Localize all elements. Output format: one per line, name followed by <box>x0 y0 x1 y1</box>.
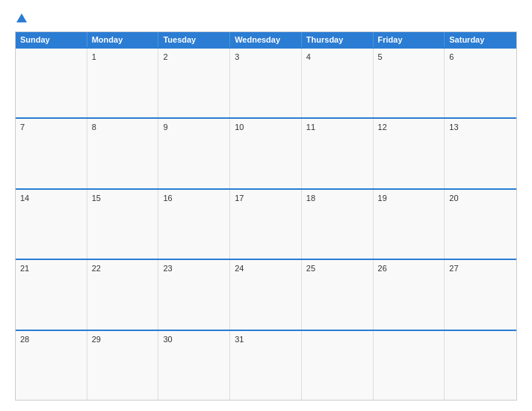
day-number: 3 <box>235 52 297 61</box>
day-cell: 31 <box>230 331 302 400</box>
day-cell: 7 <box>16 119 87 188</box>
day-cell: 17 <box>230 190 302 259</box>
day-number: 19 <box>378 194 440 203</box>
day-number: 17 <box>235 194 297 203</box>
day-cell: 13 <box>445 119 516 188</box>
header-wednesday: Wednesday <box>230 32 302 47</box>
day-cell: 16 <box>158 190 230 259</box>
day-number: 28 <box>20 335 82 344</box>
day-number: 31 <box>235 335 297 344</box>
day-number: 16 <box>163 194 225 203</box>
day-cell: 21 <box>16 260 87 329</box>
day-number: 14 <box>20 194 82 203</box>
day-number: 29 <box>92 335 154 344</box>
day-number: 7 <box>20 123 82 132</box>
day-cell: 9 <box>158 119 230 188</box>
day-number: 24 <box>235 264 297 273</box>
week-row-2: 78910111213 <box>16 117 516 188</box>
day-number: 26 <box>378 264 440 273</box>
week-row-1: 123456 <box>16 47 516 117</box>
day-cell: 24 <box>230 260 302 329</box>
day-number: 10 <box>235 123 297 132</box>
week-row-4: 21222324252627 <box>16 259 516 329</box>
day-cell <box>302 331 374 400</box>
day-number: 18 <box>306 194 368 203</box>
day-cell: 12 <box>374 119 445 188</box>
day-number: 20 <box>449 194 512 203</box>
day-number: 5 <box>378 52 440 61</box>
day-cell: 20 <box>445 190 516 259</box>
day-cell: 22 <box>87 260 159 329</box>
weeks-container: 1234567891011121314151617181920212223242… <box>16 47 516 400</box>
day-cell: 3 <box>230 49 302 117</box>
header-friday: Friday <box>374 32 445 47</box>
day-cell: 6 <box>445 49 516 117</box>
day-number: 12 <box>378 123 440 132</box>
header-saturday: Saturday <box>445 32 516 47</box>
day-number: 30 <box>163 335 225 344</box>
header-tuesday: Tuesday <box>158 32 230 47</box>
week-row-5: 28293031 <box>16 330 516 400</box>
day-cell: 2 <box>158 49 230 117</box>
day-cell: 5 <box>374 49 445 117</box>
header-monday: Monday <box>87 32 159 47</box>
calendar-page: Sunday Monday Tuesday Wednesday Thursday… <box>0 0 532 411</box>
day-number: 21 <box>20 264 82 273</box>
day-cell: 26 <box>374 260 445 329</box>
day-headers-row: Sunday Monday Tuesday Wednesday Thursday… <box>16 32 516 47</box>
day-cell: 10 <box>230 119 302 188</box>
logo <box>15 13 27 24</box>
header-sunday: Sunday <box>16 32 87 47</box>
day-cell: 18 <box>302 190 374 259</box>
day-number: 6 <box>449 52 512 61</box>
header <box>15 13 517 24</box>
day-cell: 27 <box>445 260 516 329</box>
day-cell <box>374 331 445 400</box>
day-number: 4 <box>306 52 368 61</box>
day-number: 8 <box>92 123 154 132</box>
day-number: 23 <box>163 264 225 273</box>
day-cell <box>445 331 516 400</box>
day-number: 2 <box>163 52 225 61</box>
day-cell: 19 <box>374 190 445 259</box>
day-cell: 28 <box>16 331 87 400</box>
day-number: 1 <box>92 52 154 61</box>
calendar-grid: Sunday Monday Tuesday Wednesday Thursday… <box>15 31 517 401</box>
day-cell: 30 <box>158 331 230 400</box>
day-cell <box>16 49 87 117</box>
day-cell: 1 <box>87 49 159 117</box>
day-number: 15 <box>92 194 154 203</box>
day-number: 22 <box>92 264 154 273</box>
day-cell: 4 <box>302 49 374 117</box>
day-cell: 23 <box>158 260 230 329</box>
logo-triangle-icon <box>16 13 27 22</box>
day-number: 11 <box>306 123 368 132</box>
day-cell: 11 <box>302 119 374 188</box>
day-cell: 15 <box>87 190 159 259</box>
day-number: 27 <box>449 264 512 273</box>
day-number: 25 <box>306 264 368 273</box>
day-cell: 29 <box>87 331 159 400</box>
day-cell: 8 <box>87 119 159 188</box>
week-row-3: 14151617181920 <box>16 188 516 259</box>
day-number: 9 <box>163 123 225 132</box>
day-cell: 14 <box>16 190 87 259</box>
day-cell: 25 <box>302 260 374 329</box>
day-number: 13 <box>449 123 512 132</box>
header-thursday: Thursday <box>302 32 374 47</box>
